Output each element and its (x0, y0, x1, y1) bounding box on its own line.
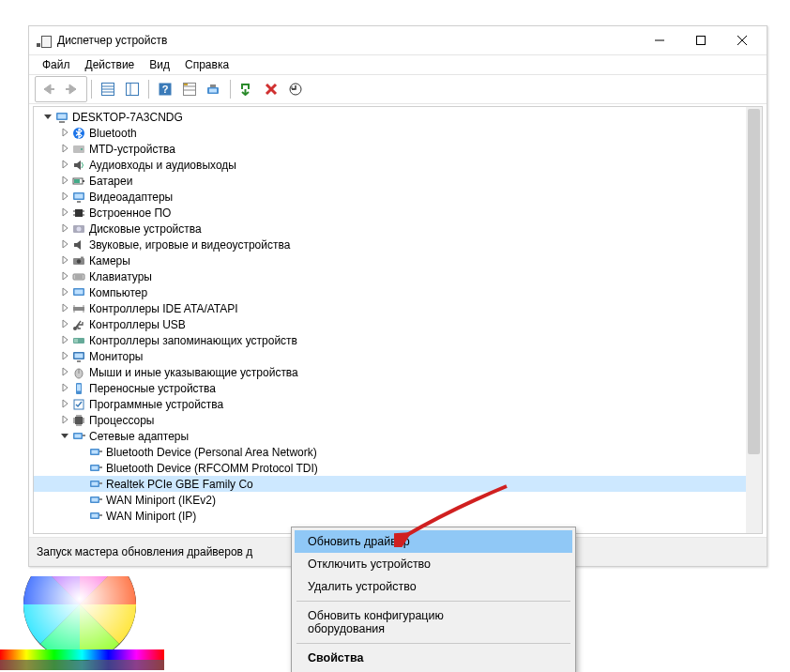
statusbar-text: Запуск мастера обновления драйверов д (37, 545, 252, 558)
tree-twisty-icon[interactable] (58, 175, 71, 188)
tree-category[interactable]: Встроенное ПО (34, 205, 762, 221)
svg-rect-46 (73, 274, 84, 280)
tree-category[interactable]: MTD-устройства (34, 141, 762, 157)
ctx-update-driver[interactable]: Обновить драйвер (295, 530, 572, 553)
menu-action[interactable]: Действие (78, 57, 143, 73)
tree-twisty-icon[interactable] (58, 191, 71, 204)
scan-hardware-button[interactable] (203, 78, 225, 100)
ctx-scan-hardware[interactable]: Обновить конфигурацию оборудования (295, 604, 572, 640)
close-button[interactable] (722, 26, 763, 54)
tree-category-network[interactable]: Сетевые адаптеры (34, 428, 762, 444)
svg-rect-26 (59, 121, 65, 123)
display-adapter-icon (71, 190, 86, 205)
svg-rect-32 (74, 179, 80, 183)
svg-text:?: ? (162, 84, 169, 95)
tree-twisty-icon[interactable] (58, 238, 71, 252)
properties-toolbar-button[interactable] (121, 78, 144, 100)
disk-icon (71, 142, 86, 157)
tree-category[interactable]: Мыши и иные указывающие устройства (34, 364, 762, 380)
svg-rect-59 (77, 360, 81, 362)
list-toolbar-button[interactable] (178, 78, 201, 100)
ctx-properties[interactable]: Свойства (295, 647, 572, 669)
tree-category[interactable]: Bluetooth (34, 125, 762, 141)
tree-twisty-icon[interactable] (58, 270, 71, 283)
tree-item-label: WAN Miniport (IP) (106, 510, 196, 523)
forward-button[interactable] (62, 78, 84, 100)
network-adapter-icon (88, 461, 103, 476)
tree-twisty-icon[interactable] (58, 382, 71, 395)
menu-file[interactable]: Файл (35, 57, 78, 73)
tree-category[interactable]: Контроллеры IDE ATA/ATAPI (34, 300, 762, 316)
show-hide-tree-button[interactable] (97, 78, 119, 100)
tree-category[interactable]: Аудиовходы и аудиовыходы (34, 157, 762, 173)
tree-twisty-icon[interactable] (58, 398, 71, 411)
tree-device[interactable]: Bluetooth Device (Personal Area Network) (34, 444, 762, 460)
tree-device[interactable]: Realtek PCIe GBE Family Co (34, 476, 762, 492)
tree-device[interactable]: WAN Miniport (IKEv2) (34, 492, 762, 508)
svg-rect-25 (58, 114, 67, 118)
ctx-uninstall-device[interactable]: Удалить устройство (295, 575, 572, 598)
tree-twisty-icon[interactable] (58, 206, 71, 220)
tree-category[interactable]: Переносные устройства (34, 380, 762, 396)
svg-rect-94 (0, 660, 164, 670)
tree-category[interactable]: Клавиатуры (34, 268, 762, 284)
tree-scrollbar[interactable] (746, 107, 762, 533)
uninstall-device-button[interactable] (260, 78, 282, 100)
menu-help[interactable]: Справка (177, 57, 236, 73)
tree-twisty-icon[interactable] (41, 111, 54, 124)
ctx-disable-device[interactable]: Отключить устройство (295, 553, 572, 575)
tree-device[interactable]: WAN Miniport (IP) (34, 508, 762, 524)
svg-rect-10 (127, 84, 139, 96)
update-driver-toolbar-button[interactable] (284, 78, 307, 100)
maximize-button[interactable] (680, 26, 722, 54)
svg-rect-50 (75, 289, 84, 294)
tree-item-label: Мыши и иные указывающие устройства (89, 366, 298, 379)
tree-twisty-icon[interactable] (58, 334, 71, 347)
tree-item-label: Клавиатуры (89, 270, 152, 283)
tree-category[interactable]: Камеры (34, 252, 762, 268)
tree-twisty-icon[interactable] (58, 318, 71, 331)
tree-category[interactable]: Компьютер (34, 284, 762, 300)
svg-rect-35 (77, 201, 81, 203)
tree-device[interactable]: Bluetooth Device (RFCOMM Protocol TDI) (34, 460, 762, 476)
tree-twisty-icon[interactable] (58, 222, 71, 236)
minimize-button[interactable] (639, 26, 680, 54)
svg-point-29 (81, 148, 83, 150)
tree-twisty-icon[interactable] (58, 302, 71, 315)
tree-category[interactable]: Дисковые устройства (34, 221, 762, 237)
tree-category[interactable]: Батареи (34, 173, 762, 189)
tree-item-label: WAN Miniport (IKEv2) (106, 494, 216, 507)
tree-twisty-icon[interactable] (58, 127, 71, 140)
tree-twisty-icon[interactable] (58, 286, 71, 299)
tree-twisty-icon[interactable] (58, 414, 71, 427)
tree-item-label: Контроллеры запоминающих устройств (89, 334, 297, 347)
tree-category[interactable]: Контроллеры USB (34, 316, 762, 332)
tree-category[interactable]: Мониторы (34, 348, 762, 364)
tree-twisty-icon[interactable] (58, 143, 71, 156)
tree-item-label: Встроенное ПО (89, 206, 171, 220)
tree-twisty-icon[interactable] (58, 159, 71, 172)
app-icon (37, 33, 52, 48)
tree-twisty-icon[interactable] (58, 350, 71, 363)
computer-icon (54, 110, 69, 125)
help-toolbar-button[interactable]: ? (154, 78, 176, 100)
tree-category[interactable]: Видеоадаптеры (34, 189, 762, 205)
back-button[interactable] (38, 78, 60, 100)
hdd-icon (71, 221, 86, 237)
tree-twisty-icon[interactable] (58, 430, 71, 443)
svg-rect-28 (73, 145, 84, 153)
enable-device-button[interactable] (235, 78, 258, 100)
tree-category[interactable]: Процессоры (34, 412, 762, 428)
tree-twisty-icon[interactable] (58, 366, 71, 379)
tree-category[interactable]: Программные устройства (34, 396, 762, 412)
storage-controller-icon (71, 333, 86, 348)
menu-view[interactable]: Вид (142, 57, 177, 73)
svg-rect-31 (83, 180, 84, 182)
tree-category[interactable]: Контроллеры запоминающих устройств (34, 332, 762, 348)
tree-twisty-icon[interactable] (58, 254, 71, 267)
tree-root[interactable]: DESKTOP-7A3CNDG (34, 109, 762, 125)
tree-category[interactable]: Звуковые, игровые и видеоустройства (34, 237, 762, 252)
menubar: Файл Действие Вид Справка (29, 55, 767, 75)
speaker-icon (71, 158, 86, 173)
network-adapter-icon (88, 493, 103, 508)
